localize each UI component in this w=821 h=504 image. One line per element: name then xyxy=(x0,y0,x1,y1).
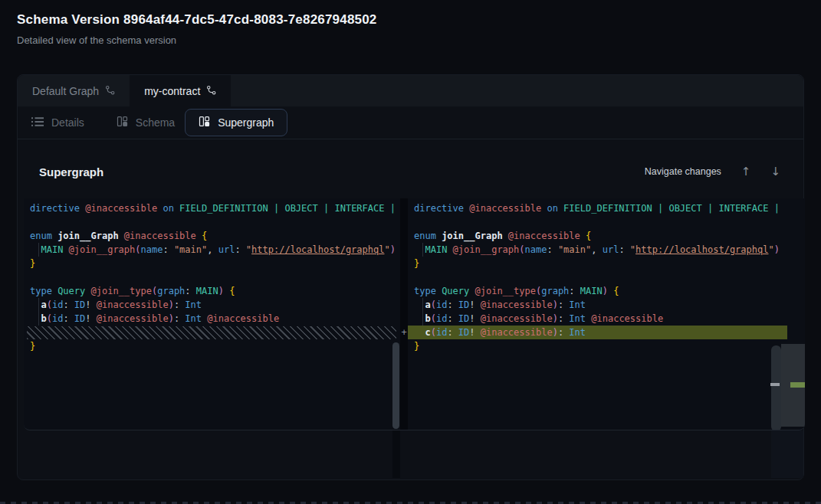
code-line: b(id: ID! @inaccessible): Int @inaccessi… xyxy=(30,312,400,326)
navigate-changes: Navigate changes ↑ ↓ xyxy=(645,166,780,178)
code-line: MAIN @join__graph(name: "main", url: "ht… xyxy=(414,243,805,257)
code-line: directive @inaccessible on FIELD_DEFINIT… xyxy=(414,201,805,215)
code-line: MAIN @join__graph(name: "main", url: "ht… xyxy=(30,243,400,257)
schema-version-card: Default Graph my-contract xyxy=(17,74,804,480)
indent-guide xyxy=(422,312,423,326)
tab-default-graph[interactable]: Default Graph xyxy=(18,75,130,106)
code-modified: directive @inaccessible on FIELD_DEFINIT… xyxy=(408,198,805,353)
minimap-viewport-mark xyxy=(770,383,780,386)
navigate-changes-label: Navigate changes xyxy=(645,166,721,177)
diff-added-line: c(id: ID! @inaccessible): Int xyxy=(408,326,787,339)
code-line: } xyxy=(414,339,805,353)
tab-supergraph[interactable]: Supergraph xyxy=(185,109,287,136)
previous-change-button[interactable]: ↑ xyxy=(741,166,751,178)
diff-pane-modified[interactable]: directive @inaccessible on FIELD_DEFINIT… xyxy=(408,198,805,430)
diff-gutter xyxy=(400,198,408,430)
indent-guide xyxy=(38,298,39,312)
code-line: type Query @join__type(graph: MAIN) { xyxy=(30,284,400,298)
schema-panels-icon xyxy=(117,116,128,129)
tab-supergraph-label: Supergraph xyxy=(218,116,274,129)
code-line: } xyxy=(30,257,400,270)
minimap-added-mark xyxy=(790,382,805,388)
tab-default-graph-label: Default Graph xyxy=(32,85,99,97)
indent-guide xyxy=(38,243,39,257)
code-line-blank xyxy=(30,270,400,284)
code-line-blank xyxy=(414,270,805,284)
tab-my-contract-label: my-contract xyxy=(144,85,200,97)
fork-icon xyxy=(206,85,216,97)
graph-variant-tabs: Default Graph my-contract xyxy=(18,75,803,106)
scrollbar-column-strip xyxy=(771,430,803,478)
view-tabs: Details Schema Supergraph xyxy=(18,106,803,139)
supergraph-panel-header: Supergraph Navigate changes ↑ ↓ xyxy=(39,162,780,181)
code-line: a(id: ID! @inaccessible): Int xyxy=(30,298,400,312)
indent-guide xyxy=(422,298,423,312)
page-header: Schema Version 8964af44-7dc5-47cd-8083-7… xyxy=(17,12,377,46)
code-line-blank xyxy=(30,215,400,229)
code-line: } xyxy=(30,339,400,353)
schema-diff-editor: directive @inaccessible on FIELD_DEFINIT… xyxy=(24,198,805,430)
code-line: a(id: ID! @inaccessible): Int xyxy=(414,298,805,312)
tab-schema[interactable]: Schema xyxy=(117,116,175,129)
page-title: Schema Version 8964af44-7dc5-47cd-8083-7… xyxy=(17,12,377,28)
tab-details-label: Details xyxy=(51,116,84,129)
tab-schema-label: Schema xyxy=(136,116,175,129)
list-icon xyxy=(31,116,44,129)
code-line-blank xyxy=(414,215,805,229)
code-line: directive @inaccessible on FIELD_DEFINIT… xyxy=(30,201,400,215)
code-line: } xyxy=(414,257,805,270)
tab-my-contract[interactable]: my-contract xyxy=(130,75,231,106)
code-line: type Query @join__type(graph: MAIN) { xyxy=(414,284,805,298)
code-line: b(id: ID! @inaccessible): Int @inaccessi… xyxy=(414,312,805,326)
diff-placeholder-row xyxy=(27,326,396,339)
code-original: directive @inaccessible on FIELD_DEFINIT… xyxy=(24,198,400,353)
diff-pane-original[interactable]: directive @inaccessible on FIELD_DEFINIT… xyxy=(24,198,400,430)
pane-divider-strip xyxy=(392,430,400,478)
fork-icon xyxy=(105,85,115,97)
code-line: enum join__Graph @inaccessible { xyxy=(414,229,805,243)
diff-add-marker: + xyxy=(399,326,409,339)
supergraph-heading: Supergraph xyxy=(39,165,103,178)
page-subtitle: Detailed view of the schema version xyxy=(17,34,377,46)
right-scrollbar-thumb[interactable] xyxy=(771,345,781,430)
next-change-button[interactable]: ↓ xyxy=(770,166,780,178)
code-line: enum join__Graph @inaccessible { xyxy=(30,229,400,243)
tab-details[interactable]: Details xyxy=(31,116,84,129)
indent-guide xyxy=(38,312,39,326)
schema-panels-icon xyxy=(199,116,210,129)
indent-guide xyxy=(422,243,423,257)
left-scrollbar-thumb[interactable] xyxy=(392,342,399,429)
